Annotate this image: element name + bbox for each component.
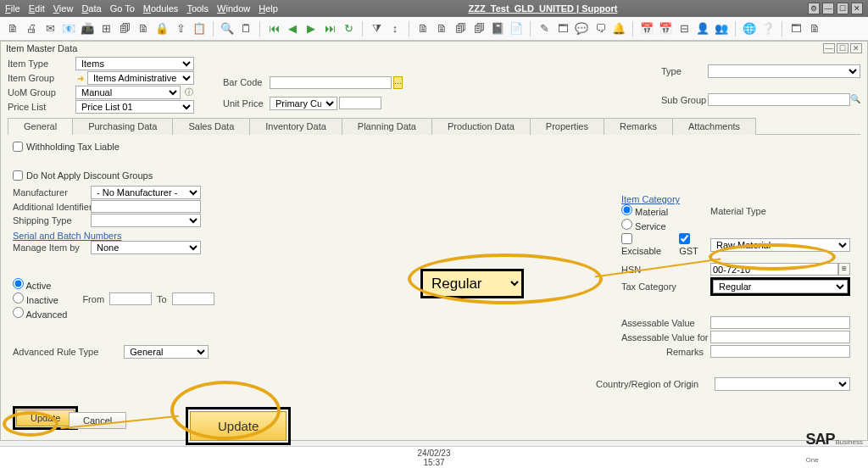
radio-inactive[interactable]: Inactive [13,292,67,305]
tab-inventory[interactable]: Inventory Data [249,118,342,135]
context-help-icon[interactable]: 🗔 [788,21,804,36]
inner-maximize-icon[interactable]: ☐ [837,43,849,53]
subgroup-input[interactable] [708,93,850,106]
menu-tools[interactable]: Tools [186,3,209,14]
tab-sales[interactable]: Sales Data [172,118,250,135]
search-icon[interactable]: 🔍 [850,93,860,103]
menu-goto[interactable]: Go To [110,3,135,14]
first-icon[interactable]: ⏮ [266,21,281,36]
target-doc-icon[interactable]: 🗎 [434,21,449,36]
tab-purchasing[interactable]: Purchasing Data [72,118,173,135]
web-icon[interactable]: 🌐 [742,21,757,36]
from-input[interactable] [109,292,152,305]
barcode-ellipsis-btn[interactable]: … [393,76,403,89]
menu-file[interactable]: FFileile [5,3,20,14]
to-input[interactable] [172,292,214,305]
update-button[interactable]: Update [16,410,75,426]
sms-icon[interactable]: 📧 [61,21,76,36]
export-excel-icon[interactable]: ⊞ [98,21,114,36]
radio-service[interactable]: Service [621,219,710,231]
copy-to-icon[interactable]: 🗐 [471,21,487,36]
gst-checkbox[interactable]: GST [679,233,710,256]
price-list-select[interactable]: Price List 01 [75,100,194,114]
excisable-checkbox[interactable]: Excisable [621,233,672,256]
find-icon[interactable]: 🔍 [220,21,235,36]
export-pdf-icon[interactable]: 🗎 [136,21,151,36]
tab-general[interactable]: General [8,118,73,135]
minimize-icon[interactable]: — [822,3,834,14]
upload-icon[interactable]: ⇧ [173,21,188,36]
tab-attachments[interactable]: Attachments [672,118,756,135]
fax-icon[interactable]: 📠 [80,21,95,36]
menu-data[interactable]: Data [81,3,101,14]
menu-view[interactable]: View [53,3,74,14]
menu-window[interactable]: Window [217,3,250,14]
query-icon[interactable]: 🗎 [807,21,822,36]
layout-icon[interactable]: ✎ [537,21,552,36]
info-icon[interactable]: ⓘ [184,87,194,98]
radio-active[interactable]: Active [13,278,67,291]
manage-select[interactable]: None [91,241,201,254]
bp-icon[interactable]: 👤 [695,21,710,36]
item-type-select[interactable]: Items [75,57,194,70]
next-icon[interactable]: ▶ [303,21,319,36]
chat-icon[interactable]: 💬 [574,21,589,36]
radio-material[interactable]: Material [621,204,668,217]
preview-icon[interactable]: 🗎 [5,21,20,36]
btn-settings-icon[interactable]: ⚙ [808,3,820,14]
help-icon[interactable]: ❔ [760,21,776,36]
tab-remarks[interactable]: Remarks [604,118,673,135]
shipping-select[interactable] [91,214,201,227]
remarks-input[interactable] [710,345,850,358]
country-select[interactable] [715,377,850,391]
type-select[interactable] [708,64,860,78]
export-word-icon[interactable]: 🗐 [117,21,132,36]
inner-minimize-icon[interactable]: — [823,43,835,53]
uom-group-select[interactable]: Manual [75,86,181,99]
inner-close-icon[interactable]: ✕ [850,43,862,53]
manufacturer-select[interactable]: - No Manufacturer - [91,186,201,199]
wht-checkbox[interactable] [13,142,23,152]
maximize-icon[interactable]: ☐ [837,3,849,14]
nodiscount-checkbox[interactable] [13,170,23,181]
calendar-icon[interactable]: 📅 [639,21,654,36]
alerts-icon[interactable]: 🔔 [611,21,626,36]
matl-type-select[interactable]: Raw Material [710,238,850,252]
lock-icon[interactable]: 🔒 [154,21,170,36]
copy-from-icon[interactable]: 🗐 [453,21,468,36]
hsn-input[interactable] [710,263,838,276]
hsn-btn-icon[interactable]: ≡ [838,263,850,276]
relations-icon[interactable]: ⊟ [676,21,692,36]
users-icon[interactable]: 👥 [714,21,729,36]
addid-input[interactable] [91,200,201,213]
tab-production[interactable]: Production Data [431,118,531,135]
trans-icon[interactable]: 📄 [509,21,524,36]
radio-advanced[interactable]: Advanced [13,307,67,320]
menu-help[interactable]: Help [259,3,278,14]
email-icon[interactable]: ✉ [42,21,58,36]
cancel-button[interactable]: Cancel [69,412,126,429]
tab-properties[interactable]: Properties [530,118,604,135]
assess-wtr-input[interactable] [710,331,850,343]
adv-rule-select[interactable]: General [124,345,209,359]
item-category-link[interactable]: Item Category [621,194,850,204]
menu-modules[interactable]: Modules [143,3,179,14]
last-icon[interactable]: ⏭ [322,21,337,36]
journal-icon[interactable]: 📓 [490,21,505,36]
unit-price-input[interactable] [339,97,381,109]
item-group-select[interactable]: Items Administrative [87,71,194,85]
arrow-icon[interactable]: ➜ [75,73,86,83]
unit-price-curr-select[interactable]: Primary Curr [270,97,337,110]
base-doc-icon[interactable]: 🗎 [415,21,431,36]
form-settings-icon[interactable]: 🗔 [555,21,570,36]
barcode-input[interactable] [270,76,392,89]
close-icon[interactable]: ✕ [851,3,863,14]
add-icon[interactable]: 🗒 [238,21,253,36]
tax-category-select[interactable]: Regular [713,280,848,293]
menu-edit[interactable]: Edit [29,3,45,14]
refresh-icon[interactable]: ↻ [341,21,356,36]
sort-icon[interactable]: ↕ [387,21,403,36]
tab-planning[interactable]: Planning Data [342,118,432,135]
regular-callout-select[interactable]: Regular [423,271,521,296]
msg-icon[interactable]: 🗨 [593,21,608,36]
